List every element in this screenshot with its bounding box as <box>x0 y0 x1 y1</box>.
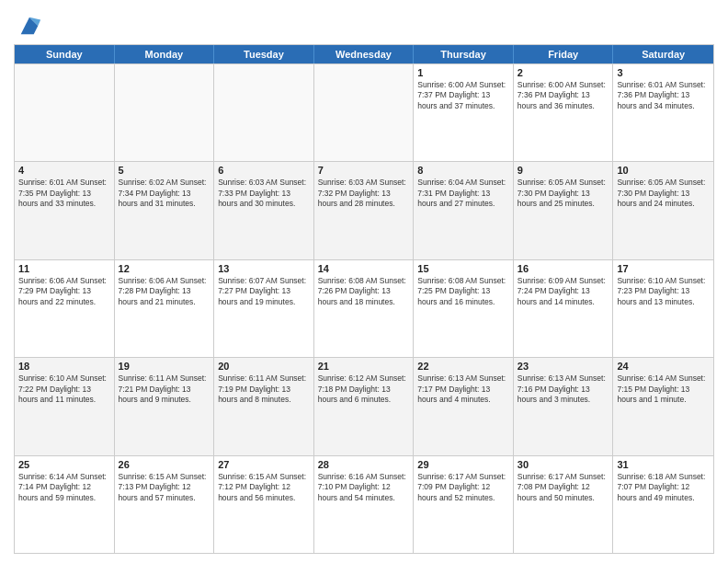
day-number: 27 <box>218 459 310 470</box>
day-info: Sunrise: 6:16 AM Sunset: 7:10 PM Dayligh… <box>318 472 410 503</box>
day-number: 29 <box>417 459 509 470</box>
day-info: Sunrise: 6:12 AM Sunset: 7:18 PM Dayligh… <box>318 373 410 405</box>
day-cell-21: 21Sunrise: 6:12 AM Sunset: 7:18 PM Dayli… <box>314 358 415 454</box>
day-number: 23 <box>518 361 609 372</box>
day-number: 3 <box>617 67 710 78</box>
header-monday: Monday <box>115 45 215 63</box>
day-info: Sunrise: 6:13 AM Sunset: 7:17 PM Dayligh… <box>417 373 509 405</box>
calendar-header: Sunday Monday Tuesday Wednesday Thursday… <box>15 45 713 63</box>
day-info: Sunrise: 6:07 AM Sunset: 7:27 PM Dayligh… <box>218 276 310 307</box>
day-cell-30: 30Sunrise: 6:17 AM Sunset: 7:08 PM Dayli… <box>514 456 614 553</box>
day-info: Sunrise: 6:10 AM Sunset: 7:23 PM Dayligh… <box>617 276 710 307</box>
calendar-week-1: 1Sunrise: 6:00 AM Sunset: 7:37 PM Daylig… <box>15 63 713 161</box>
day-number: 12 <box>119 263 210 274</box>
day-info: Sunrise: 6:01 AM Sunset: 7:36 PM Dayligh… <box>617 80 710 111</box>
day-cell-12: 12Sunrise: 6:06 AM Sunset: 7:28 PM Dayli… <box>115 260 215 357</box>
day-number: 11 <box>18 263 110 274</box>
day-info: Sunrise: 6:17 AM Sunset: 7:08 PM Dayligh… <box>518 472 609 503</box>
day-number: 10 <box>617 165 710 176</box>
day-info: Sunrise: 6:09 AM Sunset: 7:24 PM Dayligh… <box>518 276 609 307</box>
calendar-week-5: 25Sunrise: 6:14 AM Sunset: 7:14 PM Dayli… <box>15 455 713 553</box>
empty-cell <box>15 64 115 161</box>
day-number: 16 <box>518 263 609 274</box>
day-number: 25 <box>18 459 110 470</box>
day-number: 7 <box>318 165 410 176</box>
day-cell-29: 29Sunrise: 6:17 AM Sunset: 7:09 PM Dayli… <box>414 456 514 553</box>
day-cell-20: 20Sunrise: 6:11 AM Sunset: 7:19 PM Dayli… <box>214 358 314 454</box>
day-number: 30 <box>518 459 609 470</box>
day-number: 18 <box>18 361 110 372</box>
day-number: 17 <box>617 263 710 274</box>
day-info: Sunrise: 6:08 AM Sunset: 7:25 PM Dayligh… <box>417 276 509 307</box>
day-info: Sunrise: 6:17 AM Sunset: 7:09 PM Dayligh… <box>417 472 509 503</box>
day-cell-2: 2Sunrise: 6:00 AM Sunset: 7:36 PM Daylig… <box>514 64 614 161</box>
day-info: Sunrise: 6:05 AM Sunset: 7:30 PM Dayligh… <box>518 178 609 209</box>
day-number: 1 <box>417 67 509 78</box>
calendar-week-2: 4Sunrise: 6:01 AM Sunset: 7:35 PM Daylig… <box>15 161 713 259</box>
day-number: 9 <box>518 165 609 176</box>
day-number: 21 <box>318 361 410 372</box>
logo-icon <box>17 13 42 39</box>
day-cell-28: 28Sunrise: 6:16 AM Sunset: 7:10 PM Dayli… <box>314 456 415 553</box>
day-info: Sunrise: 6:05 AM Sunset: 7:30 PM Dayligh… <box>617 178 710 209</box>
header-friday: Friday <box>514 45 614 63</box>
day-number: 6 <box>218 165 310 176</box>
page: Sunday Monday Tuesday Wednesday Thursday… <box>0 0 728 563</box>
day-number: 5 <box>119 165 210 176</box>
day-info: Sunrise: 6:04 AM Sunset: 7:31 PM Dayligh… <box>417 178 509 209</box>
day-cell-24: 24Sunrise: 6:14 AM Sunset: 7:15 PM Dayli… <box>613 358 713 454</box>
day-cell-4: 4Sunrise: 6:01 AM Sunset: 7:35 PM Daylig… <box>15 162 115 259</box>
day-number: 8 <box>417 165 509 176</box>
header-tuesday: Tuesday <box>214 45 314 63</box>
day-cell-14: 14Sunrise: 6:08 AM Sunset: 7:26 PM Dayli… <box>314 260 415 357</box>
day-info: Sunrise: 6:00 AM Sunset: 7:37 PM Dayligh… <box>417 80 509 111</box>
day-info: Sunrise: 6:02 AM Sunset: 7:34 PM Dayligh… <box>119 178 210 209</box>
day-info: Sunrise: 6:13 AM Sunset: 7:16 PM Dayligh… <box>518 373 609 405</box>
day-number: 26 <box>119 459 210 470</box>
day-number: 31 <box>617 459 710 470</box>
day-cell-10: 10Sunrise: 6:05 AM Sunset: 7:30 PM Dayli… <box>613 162 713 259</box>
day-cell-11: 11Sunrise: 6:06 AM Sunset: 7:29 PM Dayli… <box>15 260 115 357</box>
day-cell-25: 25Sunrise: 6:14 AM Sunset: 7:14 PM Dayli… <box>15 456 115 553</box>
day-cell-15: 15Sunrise: 6:08 AM Sunset: 7:25 PM Dayli… <box>414 260 514 357</box>
day-cell-13: 13Sunrise: 6:07 AM Sunset: 7:27 PM Dayli… <box>214 260 314 357</box>
day-info: Sunrise: 6:15 AM Sunset: 7:12 PM Dayligh… <box>218 472 310 503</box>
day-number: 20 <box>218 361 310 372</box>
day-cell-1: 1Sunrise: 6:00 AM Sunset: 7:37 PM Daylig… <box>414 64 514 161</box>
day-info: Sunrise: 6:06 AM Sunset: 7:28 PM Dayligh… <box>119 276 210 307</box>
day-number: 22 <box>417 361 509 372</box>
day-info: Sunrise: 6:03 AM Sunset: 7:33 PM Dayligh… <box>218 178 310 209</box>
day-info: Sunrise: 6:15 AM Sunset: 7:13 PM Dayligh… <box>119 472 210 503</box>
day-cell-16: 16Sunrise: 6:09 AM Sunset: 7:24 PM Dayli… <box>514 260 614 357</box>
logo <box>14 13 42 39</box>
day-cell-17: 17Sunrise: 6:10 AM Sunset: 7:23 PM Dayli… <box>613 260 713 357</box>
header-sunday: Sunday <box>15 45 115 63</box>
header-saturday: Saturday <box>613 45 713 63</box>
day-cell-7: 7Sunrise: 6:03 AM Sunset: 7:32 PM Daylig… <box>314 162 415 259</box>
header <box>14 9 714 39</box>
day-cell-9: 9Sunrise: 6:05 AM Sunset: 7:30 PM Daylig… <box>514 162 614 259</box>
day-number: 2 <box>518 67 609 78</box>
calendar-week-3: 11Sunrise: 6:06 AM Sunset: 7:29 PM Dayli… <box>15 259 713 357</box>
day-cell-31: 31Sunrise: 6:18 AM Sunset: 7:07 PM Dayli… <box>613 456 713 553</box>
day-number: 15 <box>417 263 509 274</box>
day-info: Sunrise: 6:14 AM Sunset: 7:15 PM Dayligh… <box>617 373 710 405</box>
calendar-week-4: 18Sunrise: 6:10 AM Sunset: 7:22 PM Dayli… <box>15 357 713 454</box>
day-cell-18: 18Sunrise: 6:10 AM Sunset: 7:22 PM Dayli… <box>15 358 115 454</box>
empty-cell <box>314 64 415 161</box>
day-info: Sunrise: 6:10 AM Sunset: 7:22 PM Dayligh… <box>18 373 110 405</box>
day-cell-27: 27Sunrise: 6:15 AM Sunset: 7:12 PM Dayli… <box>214 456 314 553</box>
day-cell-26: 26Sunrise: 6:15 AM Sunset: 7:13 PM Dayli… <box>115 456 215 553</box>
calendar-body: 1Sunrise: 6:00 AM Sunset: 7:37 PM Daylig… <box>15 63 713 553</box>
day-info: Sunrise: 6:14 AM Sunset: 7:14 PM Dayligh… <box>18 472 110 503</box>
day-number: 13 <box>218 263 310 274</box>
day-cell-23: 23Sunrise: 6:13 AM Sunset: 7:16 PM Dayli… <box>514 358 614 454</box>
day-cell-3: 3Sunrise: 6:01 AM Sunset: 7:36 PM Daylig… <box>613 64 713 161</box>
day-info: Sunrise: 6:06 AM Sunset: 7:29 PM Dayligh… <box>18 276 110 307</box>
empty-cell <box>214 64 314 161</box>
day-cell-8: 8Sunrise: 6:04 AM Sunset: 7:31 PM Daylig… <box>414 162 514 259</box>
day-number: 14 <box>318 263 410 274</box>
day-info: Sunrise: 6:00 AM Sunset: 7:36 PM Dayligh… <box>518 80 609 111</box>
day-number: 28 <box>318 459 410 470</box>
calendar: Sunday Monday Tuesday Wednesday Thursday… <box>14 44 714 554</box>
